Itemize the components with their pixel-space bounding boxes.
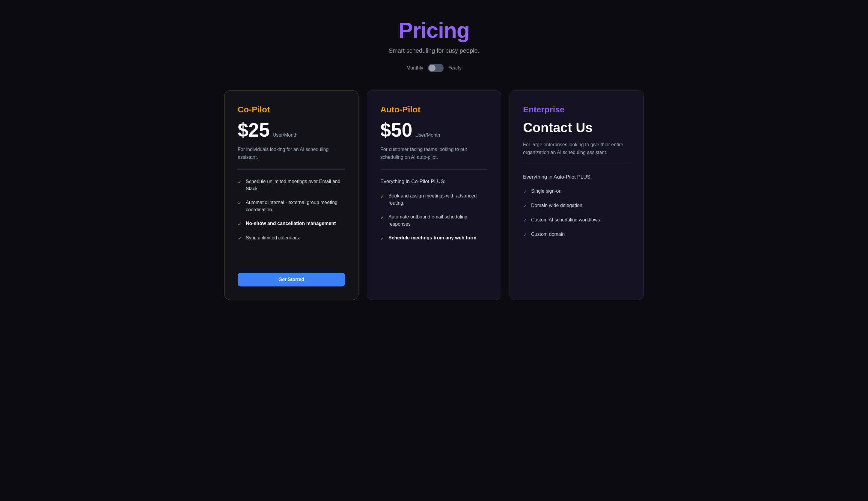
plan-description-enterprise: For large enterprises looking to give th… [523,141,630,156]
price-period-autopilot: User/Month [415,132,440,138]
plan-name-copilot: Co-Pilot [238,105,345,115]
page-header: Pricing Smart scheduling for busy people… [12,18,856,72]
check-icon: ✓ [523,203,527,210]
billing-yearly-label: Yearly [448,65,462,71]
toggle-knob [429,65,435,71]
page-title: Pricing [12,18,856,43]
plan-description-autopilot: For customer facing teams looking to put… [380,146,488,161]
plan-description-copilot: For individuals looking for an AI schedu… [238,146,345,161]
price-amount-copilot: $25 [238,120,270,140]
plan-card-enterprise: Enterprise Contact Us For large enterpri… [509,90,644,300]
check-icon: ✓ [380,193,384,200]
list-item: ✓ Sync unlimited calendars. [238,234,345,242]
billing-toggle[interactable]: Monthly Yearly [12,64,856,72]
billing-monthly-label: Monthly [406,65,423,71]
feature-text: Domain wide delegation [531,202,582,209]
list-item: ✓ Schedule unlimited meetings over Email… [238,178,345,192]
list-item: ✓ No-show and cancellation management [238,220,345,228]
feature-text-bold: No-show and cancellation management [246,220,336,227]
list-item: ✓ Book and assign meetings with advanced… [380,192,488,207]
list-item: ✓ Custom domain [523,231,630,238]
check-icon: ✓ [523,188,527,195]
plan-card-autopilot: Auto-Pilot $50 User/Month For customer f… [367,90,501,300]
price-period-copilot: User/Month [273,132,298,138]
list-item: ✓ Automate outbound email scheduling res… [380,213,488,228]
section-label-autopilot: Everything in Co-Pilot PLUS: [380,178,488,185]
feature-text: Book and assign meetings with advanced r… [389,192,488,207]
list-item: ✓ Custom AI scheduling workflows [523,216,630,224]
check-icon: ✓ [523,217,527,224]
copilot-cta-button[interactable]: Get Started [238,273,345,286]
feature-text: Sync unlimited calendars. [246,234,300,242]
plan-name-enterprise: Enterprise [523,105,630,115]
divider-copilot [238,169,345,170]
check-icon: ✓ [380,235,384,242]
feature-text: Schedule unlimited meetings over Email a… [246,178,345,192]
feature-text-bold: Schedule meetings from any web form [389,234,476,242]
pricing-grid: Co-Pilot $25 User/Month For individuals … [224,90,644,300]
list-item: ✓ Single sign-on [523,188,630,195]
check-icon: ✓ [523,231,527,238]
divider-enterprise [523,165,630,165]
feature-text: Custom domain [531,231,565,238]
billing-toggle-switch[interactable] [428,64,444,72]
page-subtitle: Smart scheduling for busy people. [12,47,856,54]
plan-card-copilot: Co-Pilot $25 User/Month For individuals … [224,90,359,300]
feature-list-autopilot: ✓ Book and assign meetings with advanced… [380,192,488,242]
feature-list-enterprise: ✓ Single sign-on ✓ Domain wide delegatio… [523,188,630,238]
list-item: ✓ Schedule meetings from any web form [380,234,488,242]
price-row-autopilot: $50 User/Month [380,120,488,140]
check-icon: ✓ [380,214,384,221]
enterprise-price-label: Contact Us [523,120,630,135]
price-amount-autopilot: $50 [380,120,412,140]
plan-name-autopilot: Auto-Pilot [380,105,488,115]
section-label-enterprise: Everything in Auto-Pilot PLUS: [523,173,630,181]
price-row-copilot: $25 User/Month [238,120,345,140]
list-item: ✓ Automatic internal - external group me… [238,199,345,213]
check-icon: ✓ [238,235,242,242]
check-icon: ✓ [238,179,242,186]
list-item: ✓ Domain wide delegation [523,202,630,210]
check-icon: ✓ [238,200,242,207]
check-icon: ✓ [238,221,242,228]
feature-text: Custom AI scheduling workflows [531,216,600,224]
feature-text: Automatic internal - external group meet… [246,199,345,213]
feature-text: Automate outbound email scheduling respo… [389,213,488,228]
feature-list-copilot: ✓ Schedule unlimited meetings over Email… [238,178,345,242]
divider-autopilot [380,169,488,170]
feature-text: Single sign-on [531,188,561,195]
